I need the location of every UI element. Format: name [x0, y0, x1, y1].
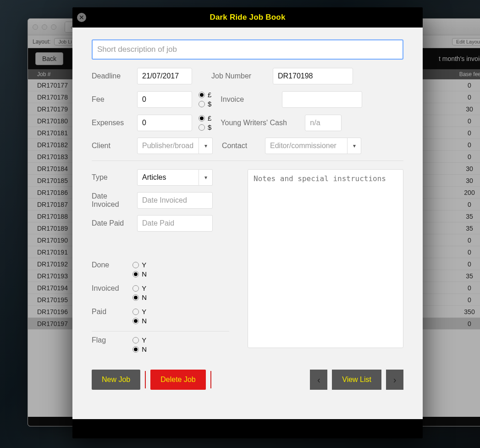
fee-label: Fee: [92, 95, 131, 104]
view-list-button[interactable]: View List: [332, 370, 381, 390]
client-input[interactable]: [137, 138, 199, 154]
fee-currency-dollar-radio[interactable]: [199, 101, 205, 107]
contact-label: Contact: [222, 142, 259, 150]
divider: [145, 371, 146, 388]
type-input[interactable]: [137, 169, 199, 186]
no-symbol: N: [142, 317, 147, 325]
yes-symbol: Y: [142, 261, 146, 269]
deadline-input[interactable]: [137, 68, 192, 84]
pound-symbol: £: [208, 91, 211, 99]
flag-no-radio[interactable]: [132, 346, 139, 353]
expenses-currency-pound-radio[interactable]: [199, 115, 205, 122]
done-no-radio[interactable]: [132, 271, 139, 277]
notes-textarea[interactable]: [248, 169, 403, 348]
divider: [92, 160, 403, 161]
divider: [92, 331, 229, 332]
type-select[interactable]: ▾: [137, 169, 213, 186]
divider: [210, 371, 211, 388]
job-number-input[interactable]: [273, 68, 353, 84]
flag-label: Flag: [92, 336, 131, 344]
invoiced-label: Invoiced: [92, 284, 131, 293]
invoice-label: Invoice: [221, 95, 276, 104]
ywc-label: Young Writers' Cash: [221, 119, 298, 127]
modal-footer: New Job Delete Job ‹ View List ›: [92, 370, 403, 390]
fee-input[interactable]: [137, 91, 192, 108]
yes-symbol: Y: [142, 336, 146, 344]
ywc-input[interactable]: [305, 115, 342, 131]
expenses-currency-dollar-radio[interactable]: [199, 124, 205, 131]
date-paid-label: Date Paid: [92, 219, 131, 227]
no-symbol: N: [142, 270, 147, 278]
job-number-label: Job Number: [211, 72, 266, 80]
flag-yes-radio[interactable]: [132, 337, 139, 343]
paid-no-radio[interactable]: [132, 318, 139, 324]
modal-title: Dark Ride Job Book: [210, 13, 285, 22]
client-label: Client: [92, 142, 131, 150]
invoiced-no-radio[interactable]: [132, 294, 139, 301]
dollar-symbol: $: [208, 100, 211, 108]
invoiced-yes-radio[interactable]: [132, 285, 139, 292]
job-modal: ✕ Dark Ride Job Book Deadline Job Number…: [72, 7, 423, 438]
pound-symbol: £: [208, 114, 211, 122]
prev-record-button[interactable]: ‹: [310, 370, 327, 390]
done-yes-radio[interactable]: [132, 262, 139, 268]
yes-symbol: Y: [142, 284, 146, 292]
no-symbol: N: [142, 293, 147, 301]
chevron-down-icon[interactable]: ▾: [199, 138, 213, 154]
chevron-down-icon[interactable]: ▾: [348, 138, 361, 154]
next-record-button[interactable]: ›: [386, 370, 403, 390]
contact-select[interactable]: ▾: [265, 138, 361, 154]
paid-label: Paid: [92, 308, 131, 316]
client-select[interactable]: ▾: [137, 138, 213, 154]
done-label: Done: [92, 261, 131, 269]
delete-job-button[interactable]: Delete Job: [150, 370, 206, 390]
fee-currency-pound-radio[interactable]: [199, 92, 205, 98]
paid-yes-radio[interactable]: [132, 309, 139, 315]
chevron-down-icon[interactable]: ▾: [199, 169, 213, 186]
no-symbol: N: [142, 345, 147, 353]
date-paid-input[interactable]: [137, 215, 213, 232]
modal-bottom-bar: [72, 419, 423, 438]
fee-currency-group: £ $: [199, 91, 211, 108]
expenses-currency-group: £ $: [199, 114, 211, 131]
invoice-input[interactable]: [282, 91, 362, 108]
deadline-label: Deadline: [92, 72, 131, 80]
contact-input[interactable]: [265, 138, 348, 154]
type-label: Type: [92, 173, 131, 182]
modal-titlebar: ✕ Dark Ride Job Book: [72, 7, 423, 28]
yes-symbol: Y: [142, 308, 146, 315]
modal-body: Deadline Job Number Fee £ $ Invoice Expe…: [72, 28, 423, 419]
date-invoiced-label: Date Invoiced: [92, 192, 131, 208]
expenses-input[interactable]: [137, 115, 192, 131]
dollar-symbol: $: [208, 123, 211, 131]
description-input[interactable]: [92, 39, 403, 60]
new-job-button[interactable]: New Job: [92, 370, 140, 390]
close-icon[interactable]: ✕: [77, 13, 86, 22]
date-invoiced-input[interactable]: [137, 192, 213, 209]
expenses-label: Expenses: [92, 119, 131, 127]
